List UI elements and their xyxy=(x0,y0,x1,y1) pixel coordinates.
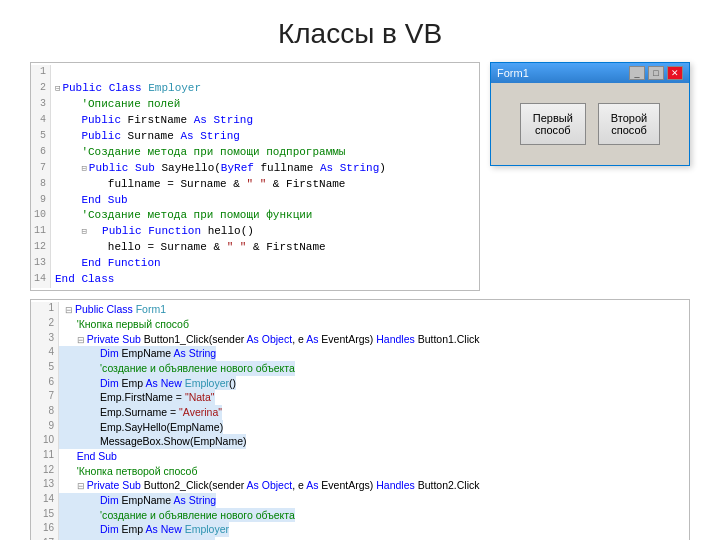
table-row: 8 fullname = Surname & " " & FirstName xyxy=(31,177,479,193)
maximize-button[interactable]: □ xyxy=(648,66,664,80)
form-body: Первыйспособ Второйспособ xyxy=(491,83,689,165)
table-row: 6 Dim Emp As New Employer() xyxy=(31,376,689,391)
line-number: 10 xyxy=(31,434,59,449)
close-button[interactable]: ✕ xyxy=(667,66,683,80)
line-content: 'Создание метода при помощи функции xyxy=(51,208,312,224)
line-content: ⊟Private Sub Button1_Click(sender As Obj… xyxy=(59,332,480,347)
first-method-button[interactable]: Первыйспособ xyxy=(520,103,586,145)
table-row: 13 End Function xyxy=(31,256,479,272)
line-content: ⊟Public Sub SayHello(ByRef fullname As S… xyxy=(51,161,386,177)
table-row: 16 Dim Emp As New Employer xyxy=(31,522,689,537)
line-number: 3 xyxy=(31,97,51,113)
line-content: 'создание и объявление нового объекта xyxy=(59,361,295,376)
line-number: 5 xyxy=(31,361,59,376)
top-code-panel[interactable]: 1 2 ⊟Public Class Employer 3 'Описание п… xyxy=(30,62,480,291)
top-section: 1 2 ⊟Public Class Employer 3 'Описание п… xyxy=(30,62,690,291)
page-title: Классы в VB xyxy=(0,0,720,62)
line-content: Public FirstName As String xyxy=(51,113,253,129)
line-number: 14 xyxy=(31,493,59,508)
form-titlebar: Form1 _ □ ✕ xyxy=(491,63,689,83)
line-content: Emp.SayHello(EmpName) xyxy=(59,420,223,435)
window-controls: _ □ ✕ xyxy=(629,66,683,80)
line-number: 9 xyxy=(31,193,51,209)
line-number: 6 xyxy=(31,145,51,161)
table-row: 11 ⊟ Public Function hello() xyxy=(31,224,479,240)
content-area: 1 2 ⊟Public Class Employer 3 'Описание п… xyxy=(0,62,720,540)
table-row: 13 ⊟Private Sub Button2_Click(sender As … xyxy=(31,478,689,493)
line-content: 'Создание метода при помощи подпрограммы xyxy=(51,145,345,161)
table-row: 14 End Class xyxy=(31,272,479,288)
line-content: ⊟Public Class Form1 xyxy=(59,302,166,317)
minimize-button[interactable]: _ xyxy=(629,66,645,80)
table-row: 15 'создание и объявление нового объекта xyxy=(31,508,689,523)
line-content: Emp.FirstName = "Nata" xyxy=(59,390,215,405)
table-row: 4 Dim EmpName As String xyxy=(31,346,689,361)
line-number: 9 xyxy=(31,420,59,435)
line-content: 'Кнопка петворой способ xyxy=(59,464,197,479)
line-content: 'Кнопка первый способ xyxy=(59,317,189,332)
top-code-lines: 1 2 ⊟Public Class Employer 3 'Описание п… xyxy=(31,63,479,290)
line-number: 13 xyxy=(31,478,59,493)
table-row: 5 Public Surname As String xyxy=(31,129,479,145)
line-number: 4 xyxy=(31,346,59,361)
form-window: Form1 _ □ ✕ Первыйспособ Второйспособ xyxy=(490,62,690,166)
table-row: 10 'Создание метода при помощи функции xyxy=(31,208,479,224)
line-number: 1 xyxy=(31,65,51,81)
form-title: Form1 xyxy=(497,67,529,79)
table-row: 9 End Sub xyxy=(31,193,479,209)
line-content: ⊟Public Class Employer xyxy=(51,81,201,97)
table-row: 14 Dim EmpName As String xyxy=(31,493,689,508)
line-number: 14 xyxy=(31,272,51,288)
line-content: fullname = Surname & " " & FirstName xyxy=(51,177,345,193)
table-row: 10 MessageBox.Show(EmpName) xyxy=(31,434,689,449)
line-content: End Class xyxy=(51,272,114,288)
bottom-code-lines: 1 ⊟Public Class Form1 2 'Кнопка первый с… xyxy=(31,300,689,540)
line-content: ⊟Private Sub Button2_Click(sender As Obj… xyxy=(59,478,480,493)
table-row: 5 'создание и объявление нового объекта xyxy=(31,361,689,376)
table-row: 9 Emp.SayHello(EmpName) xyxy=(31,420,689,435)
line-number: 3 xyxy=(31,332,59,347)
line-number: 4 xyxy=(31,113,51,129)
table-row: 2 'Кнопка первый способ xyxy=(31,317,689,332)
line-content: 'создание и объявление нового объекта xyxy=(59,508,295,523)
line-content: hello = Surname & " " & FirstName xyxy=(51,240,326,256)
line-number: 13 xyxy=(31,256,51,272)
line-content: End Function xyxy=(51,256,161,272)
line-number: 2 xyxy=(31,81,51,97)
table-row: 2 ⊟Public Class Employer xyxy=(31,81,479,97)
table-row: 1 ⊟Public Class Form1 xyxy=(31,302,689,317)
line-number: 15 xyxy=(31,508,59,523)
table-row: 7 ⊟Public Sub SayHello(ByRef fullname As… xyxy=(31,161,479,177)
table-row: 12 'Кнопка петворой способ xyxy=(31,464,689,479)
table-row: 7 Emp.FirstName = "Nata" xyxy=(31,390,689,405)
line-content: Dim EmpName As String xyxy=(59,493,216,508)
table-row: 12 hello = Surname & " " & FirstName xyxy=(31,240,479,256)
line-content xyxy=(51,65,62,81)
line-number: 7 xyxy=(31,161,51,177)
table-row: 3 ⊟Private Sub Button1_Click(sender As O… xyxy=(31,332,689,347)
line-number: 12 xyxy=(31,240,51,256)
line-number: 2 xyxy=(31,317,59,332)
table-row: 4 Public FirstName As String xyxy=(31,113,479,129)
table-row: 1 xyxy=(31,65,479,81)
line-content: ⊟ Public Function hello() xyxy=(51,224,254,240)
line-number: 5 xyxy=(31,129,51,145)
line-content: Dim EmpName As String xyxy=(59,346,216,361)
bottom-code-panel[interactable]: 1 ⊟Public Class Form1 2 'Кнопка первый с… xyxy=(30,299,690,540)
line-content: 'Описание полей xyxy=(51,97,180,113)
line-number: 12 xyxy=(31,464,59,479)
line-content: End Sub xyxy=(59,449,117,464)
table-row: 11 End Sub xyxy=(31,449,689,464)
table-row: 8 Emp.Surname = "Averina" xyxy=(31,405,689,420)
line-number: 7 xyxy=(31,390,59,405)
line-number: 1 xyxy=(31,302,59,317)
line-number: 6 xyxy=(31,376,59,391)
line-content: Dim Emp As New Employer() xyxy=(59,376,236,391)
line-number: 16 xyxy=(31,522,59,537)
line-content: Dim Emp As New Employer xyxy=(59,522,229,537)
line-number: 10 xyxy=(31,208,51,224)
line-content: MessageBox.Show(EmpName) xyxy=(59,434,246,449)
line-number: 8 xyxy=(31,177,51,193)
line-number: 11 xyxy=(31,224,51,240)
second-method-button[interactable]: Второйспособ xyxy=(598,103,660,145)
